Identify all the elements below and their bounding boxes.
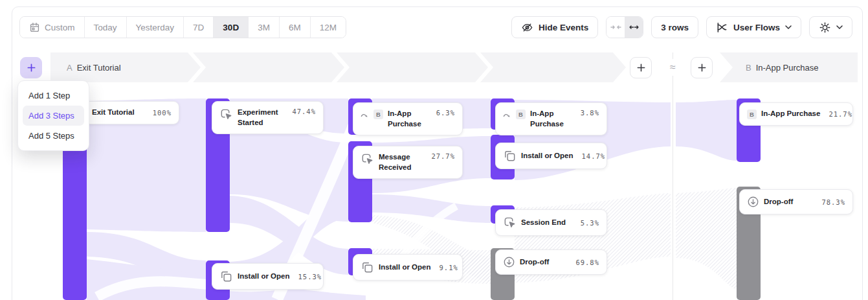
chevron-down-icon [836, 25, 843, 29]
node-label: In-App Purchase [530, 109, 570, 129]
node-value: 21.7% [825, 110, 852, 118]
expand-arrows-icon [629, 23, 640, 31]
node-value: 100% [149, 109, 172, 117]
node-value: 6.3% [432, 109, 455, 117]
step-banner-segment [337, 52, 488, 82]
date-range-7d[interactable]: 7D [183, 17, 213, 38]
user-flows-icon [716, 21, 728, 34]
add-column-button-right[interactable] [691, 57, 713, 78]
step-a-letter: A [67, 63, 72, 73]
date-range-label: 6M [289, 23, 301, 32]
step-b-badge: B [516, 110, 526, 119]
menu-item-add-3-steps[interactable]: Add 3 Steps [23, 106, 84, 126]
cursor-click-icon [503, 216, 517, 229]
expand-columns-button[interactable] [625, 17, 643, 38]
view-mode-button[interactable]: User Flows [706, 16, 801, 38]
approx-symbol: ≈ [664, 59, 682, 76]
step-b-title: In-App Purchase [756, 63, 819, 73]
date-range-30d[interactable]: 30D [213, 17, 248, 38]
date-range-3m[interactable]: 3M [248, 17, 279, 38]
date-range-picker: Custom Today Yesterday 7D 30D 3M 6M 12M [19, 16, 346, 38]
node-value: 14.7% [578, 152, 606, 160]
drop-off-icon [503, 256, 515, 268]
node-session-end[interactable]: Session End 5.3% [495, 209, 607, 236]
step-banner-segment [480, 52, 626, 82]
node-install-or-open-3[interactable]: Install or Open 14.7% [495, 143, 607, 169]
user-flows-canvas: Custom Today Yesterday 7D 30D 3M 6M 12M … [0, 0, 868, 300]
date-range-label: Custom [45, 23, 75, 32]
collapse-columns-button[interactable] [606, 17, 625, 38]
node-message-received[interactable]: Message Received 27.7% [353, 146, 463, 179]
step-b-letter: B [746, 63, 751, 73]
node-value: 15.3% [295, 273, 322, 281]
drop-off-icon [747, 196, 759, 208]
toolbar: Custom Today Yesterday 7D 30D 3M 6M 12M … [19, 16, 852, 38]
node-value: 69.8% [572, 259, 599, 266]
node-install-or-open-2[interactable]: Install or Open 9.1% [353, 254, 463, 281]
node-drop-off-1[interactable]: Drop-off 69.8% [495, 249, 607, 275]
node-value: 9.1% [436, 264, 458, 271]
toolbar-right: Hide Events 3 rows [511, 16, 852, 38]
menu-item-add-5-steps[interactable]: Add 5 Steps [23, 126, 84, 146]
step-b-header[interactable]: B In-App Purchase [746, 52, 819, 82]
column-width-toggle [606, 16, 643, 38]
date-range-label: Today [94, 23, 117, 32]
view-mode-label: User Flows [733, 23, 780, 32]
eye-off-icon [521, 21, 533, 34]
step-a-title: Exit Tutorial [77, 63, 121, 73]
node-in-app-purchase-1[interactable]: B In-App Purchase 6.3% [353, 102, 463, 135]
gear-icon [819, 21, 831, 34]
node-value: 5.3% [577, 219, 599, 227]
node-value: 47.4% [288, 108, 316, 115]
menu-item-add-1-step[interactable]: Add 1 Step [23, 86, 84, 106]
date-range-today[interactable]: Today [84, 17, 126, 38]
menu-item-label: Add 1 Step [28, 91, 70, 100]
settings-button[interactable] [809, 16, 852, 38]
date-range-label: 12M [320, 23, 337, 32]
step-banner-segment [193, 52, 344, 82]
collapse-arrows-icon [610, 23, 621, 31]
node-label: Experiment Started [238, 108, 284, 128]
section-divider [673, 52, 673, 300]
node-in-app-purchase-2[interactable]: B In-App Purchase 3.8% [495, 102, 607, 135]
node-install-or-open-1[interactable]: Install or Open 15.3% [212, 263, 324, 290]
step-b-badge: B [747, 110, 757, 119]
hide-events-button[interactable]: Hide Events [511, 16, 598, 38]
add-step-button-a[interactable] [20, 57, 42, 78]
calendar-icon [29, 22, 40, 33]
plus-icon [697, 63, 707, 73]
node-label: Install or Open [238, 271, 290, 282]
menu-item-label: Add 3 Steps [28, 111, 74, 121]
date-range-12m[interactable]: 12M [310, 17, 346, 38]
chevron-down-icon [785, 25, 792, 29]
node-label: Session End [521, 218, 566, 228]
date-range-label: 7D [193, 23, 204, 32]
node-label: Drop-off [764, 197, 793, 207]
date-range-label: 30D [223, 23, 239, 32]
node-exit-tutorial[interactable]: Exit Tutorial 100% [84, 101, 179, 124]
trend-arrow-icon [503, 111, 511, 119]
node-value: 3.8% [577, 109, 599, 117]
cursor-click-icon [219, 108, 233, 121]
cursor-click-icon [361, 152, 374, 166]
node-experiment-started[interactable]: Experiment Started 47.4% [212, 101, 324, 134]
step-b-badge: B [373, 110, 383, 119]
date-range-label: 3M [258, 23, 270, 32]
date-range-custom[interactable]: Custom [20, 17, 84, 38]
node-in-app-purchase-end[interactable]: B In-App Purchase 21.7% [739, 102, 853, 126]
copy-windows-icon [219, 270, 233, 283]
node-label: Drop-off [520, 257, 549, 268]
plus-icon [27, 63, 36, 73]
step-a-header[interactable]: A Exit Tutorial [67, 52, 121, 82]
node-label: Exit Tutorial [92, 108, 135, 118]
date-range-6m[interactable]: 6M [279, 17, 310, 38]
rows-button[interactable]: 3 rows [651, 16, 698, 38]
node-drop-off-end[interactable]: Drop-off 78.3% [739, 189, 853, 214]
node-label: Message Received [379, 152, 423, 172]
hide-events-label: Hide Events [539, 23, 588, 32]
add-column-button-left[interactable] [630, 57, 652, 78]
copy-windows-icon [503, 149, 517, 163]
node-label: In-App Purchase [388, 109, 428, 129]
date-range-yesterday[interactable]: Yesterday [126, 17, 184, 38]
node-label: Install or Open [379, 262, 431, 273]
